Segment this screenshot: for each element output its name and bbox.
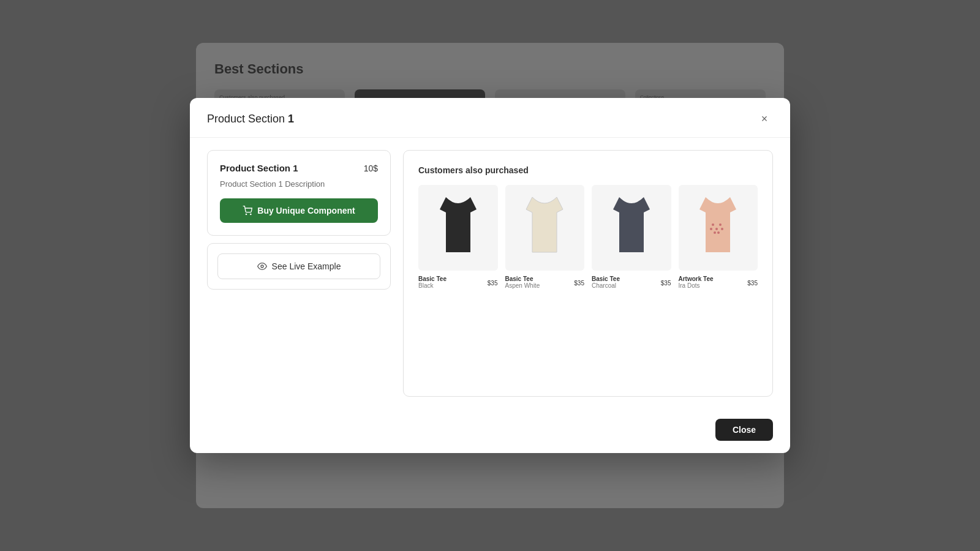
product-name-4: Artwork Tee — [679, 276, 714, 282]
product-card-3: Basic Tee Charcoal $35 — [592, 185, 671, 290]
product-price-1: $35 — [488, 280, 498, 287]
modal-close-x-button[interactable]: × — [756, 110, 773, 127]
modal-footer: Close — [190, 409, 790, 453]
modal-dialog: Product Section 1 × Product Section 1 10… — [190, 98, 790, 453]
product-price-3: $35 — [661, 280, 671, 287]
product-image-2 — [505, 185, 585, 271]
product-price-row-4: Artwork Tee Ira Dots $35 — [679, 276, 758, 290]
product-price-row-1: Basic Tee Black $35 — [418, 276, 498, 290]
product-image-1 — [418, 185, 498, 271]
product-variant-4: Ira Dots — [679, 282, 714, 289]
product-name-1: Basic Tee — [418, 276, 447, 282]
product-image-4 — [679, 185, 758, 271]
product-price-row-2: Basic Tee Aspen White $35 — [505, 276, 585, 290]
product-variant-1: Black — [418, 282, 447, 289]
eye-icon — [257, 261, 267, 271]
info-card-description: Product Section 1 Description — [220, 179, 378, 189]
product-name-3: Basic Tee — [592, 276, 620, 282]
svg-point-7 — [717, 231, 720, 234]
buy-unique-component-button[interactable]: Buy Unique Component — [220, 198, 378, 223]
tshirt-svg-3 — [607, 191, 656, 264]
see-live-example-button[interactable]: See Live Example — [217, 253, 380, 279]
tshirt-svg-4 — [693, 191, 742, 264]
products-grid: Basic Tee Black $35 — [418, 185, 758, 290]
product-price-2: $35 — [574, 280, 584, 287]
svg-point-4 — [715, 228, 718, 230]
product-variant-3: Charcoal — [592, 282, 620, 289]
close-modal-button[interactable]: Close — [715, 419, 773, 441]
svg-point-8 — [721, 228, 723, 230]
modal-overlay: Product Section 1 × Product Section 1 10… — [0, 0, 980, 551]
svg-point-1 — [251, 214, 251, 214]
svg-point-6 — [714, 231, 716, 234]
product-card-1: Basic Tee Black $35 — [418, 185, 498, 290]
modal-body: Product Section 1 10$ Product Section 1 … — [190, 138, 790, 409]
svg-point-9 — [710, 228, 712, 230]
left-panel: Product Section 1 10$ Product Section 1 … — [207, 150, 391, 397]
preview-section-title: Customers also purchased — [418, 165, 758, 175]
tshirt-svg-1 — [434, 191, 483, 264]
info-card-header: Product Section 1 10$ — [220, 163, 378, 173]
product-image-3 — [592, 185, 671, 271]
svg-point-3 — [712, 223, 714, 226]
product-price-4: $35 — [747, 280, 758, 287]
product-variant-2: Aspen White — [505, 282, 540, 289]
tshirt-svg-2 — [520, 191, 569, 264]
product-name-2: Basic Tee — [505, 276, 540, 282]
product-card-4: Artwork Tee Ira Dots $35 — [679, 185, 758, 290]
modal-header: Product Section 1 × — [190, 98, 790, 138]
svg-point-2 — [261, 265, 263, 268]
svg-point-0 — [246, 214, 247, 214]
live-example-card: See Live Example — [207, 243, 391, 290]
right-panel: Customers also purchased Basic Tee — [403, 150, 773, 397]
svg-point-5 — [719, 223, 722, 226]
info-card-price: 10$ — [364, 163, 378, 173]
info-card: Product Section 1 10$ Product Section 1 … — [207, 150, 391, 236]
modal-title: Product Section 1 — [207, 113, 294, 126]
cart-icon — [243, 206, 252, 216]
product-price-row-3: Basic Tee Charcoal $35 — [592, 276, 671, 290]
info-card-title: Product Section 1 — [220, 163, 298, 173]
product-card-2: Basic Tee Aspen White $35 — [505, 185, 585, 290]
